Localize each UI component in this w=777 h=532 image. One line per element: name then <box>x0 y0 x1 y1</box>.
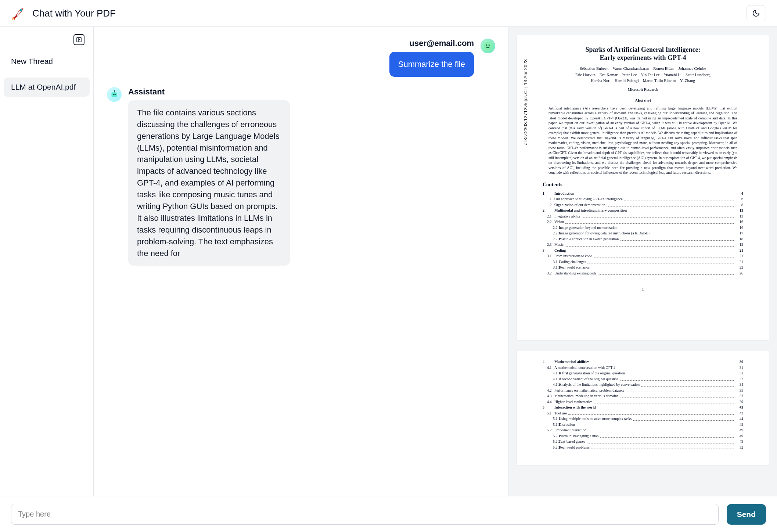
app-title: Chat with Your PDF <box>32 8 116 19</box>
message-assistant: Assistant The file contains various sect… <box>107 87 495 266</box>
moon-icon <box>752 9 760 17</box>
user-message-bubble: Summarize the file <box>389 52 474 77</box>
svg-point-8 <box>114 94 115 95</box>
panel-left-icon <box>76 37 82 43</box>
assistant-name: Assistant <box>128 87 290 97</box>
svg-point-10 <box>114 90 115 91</box>
pdf-page-number: 1 <box>543 287 743 291</box>
svg-rect-1 <box>77 37 81 42</box>
pdf-abstract-heading: Abstract <box>543 98 743 104</box>
user-name: user@email.com <box>409 39 474 48</box>
svg-point-4 <box>486 44 487 46</box>
user-avatar-icon <box>481 39 495 53</box>
svg-point-5 <box>489 44 490 46</box>
pdf-org: Microsoft Research <box>543 87 743 91</box>
svg-rect-6 <box>111 92 117 97</box>
assistant-message-bubble: The file contains various sections discu… <box>128 100 290 266</box>
pdf-page-1: arXiv:2303.12712v5 [cs.CL] 13 Apr 2023 S… <box>517 35 769 340</box>
header: Chat with Your PDF <box>0 0 777 27</box>
theme-toggle-button[interactable] <box>746 5 766 21</box>
pdf-page-2: 4Mathematical abilities304.1A mathematic… <box>517 351 769 465</box>
send-button[interactable]: Send <box>727 504 766 525</box>
pdf-contents-heading: Contents <box>543 182 743 188</box>
assistant-avatar-icon <box>107 87 122 102</box>
sidebar: New Thread LLM at OpenAI.pdf <box>0 27 94 496</box>
chat-pane: user@email.com Summarize the file Assist… <box>94 27 509 496</box>
message-user: user@email.com Summarize the file <box>107 39 495 77</box>
collapse-sidebar-button[interactable] <box>73 34 84 45</box>
sidebar-item-file[interactable]: LLM at OpenAI.pdf <box>4 78 90 97</box>
app-logo-icon <box>11 6 25 20</box>
svg-point-7 <box>113 94 114 95</box>
pdf-title: Sparks of Artificial General Intelligenc… <box>543 46 743 62</box>
pdf-preview-pane[interactable]: arXiv:2303.12712v5 [cs.CL] 13 Apr 2023 S… <box>509 27 777 496</box>
pdf-toc-2: 4Mathematical abilities304.1A mathematic… <box>543 359 743 450</box>
svg-point-3 <box>484 42 492 50</box>
arxiv-label: arXiv:2303.12712v5 [cs.CL] 13 Apr 2023 <box>523 60 528 145</box>
new-thread-button[interactable]: New Thread <box>4 52 90 71</box>
messages-list[interactable]: user@email.com Summarize the file Assist… <box>94 27 508 496</box>
pdf-toc-1: 1Introduction41.1Our approach to studyin… <box>543 191 743 276</box>
composer: Send <box>0 496 777 532</box>
pdf-abstract-text: Artificial intelligence (AI) researchers… <box>543 106 743 175</box>
svg-point-0 <box>20 9 22 11</box>
message-input[interactable] <box>11 504 719 525</box>
pdf-authors: Sébastien Bubeck Varun Chandrasekaran Ro… <box>543 65 743 84</box>
